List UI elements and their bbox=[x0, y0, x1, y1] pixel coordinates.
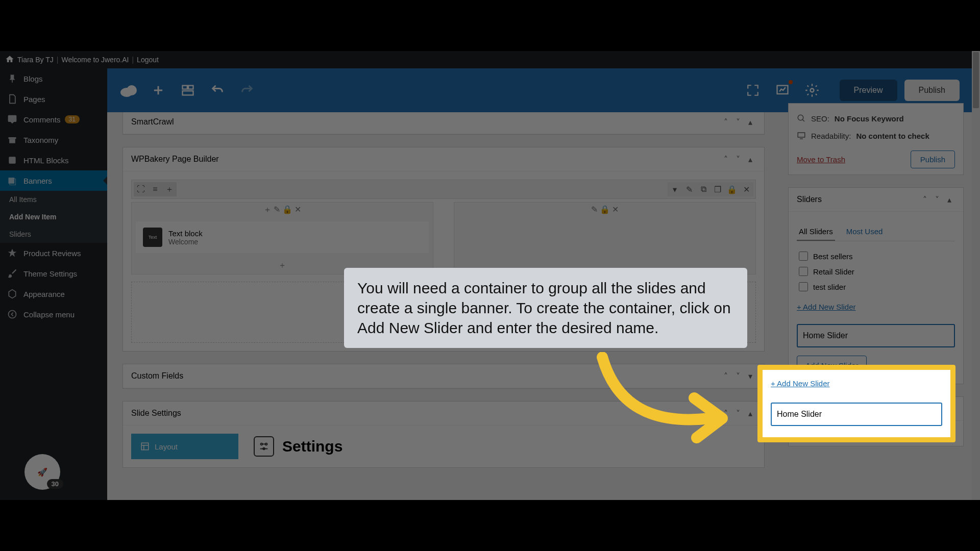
slider-name-input-highlight[interactable] bbox=[771, 403, 942, 426]
callout-text: You will need a container to group all t… bbox=[357, 280, 731, 336]
add-new-slider-link-highlight[interactable]: + Add New Slider bbox=[771, 379, 829, 388]
tutorial-arrow-icon bbox=[592, 352, 735, 449]
tutorial-callout: You will need a container to group all t… bbox=[344, 268, 747, 348]
tutorial-highlight: + Add New Slider bbox=[757, 365, 955, 442]
